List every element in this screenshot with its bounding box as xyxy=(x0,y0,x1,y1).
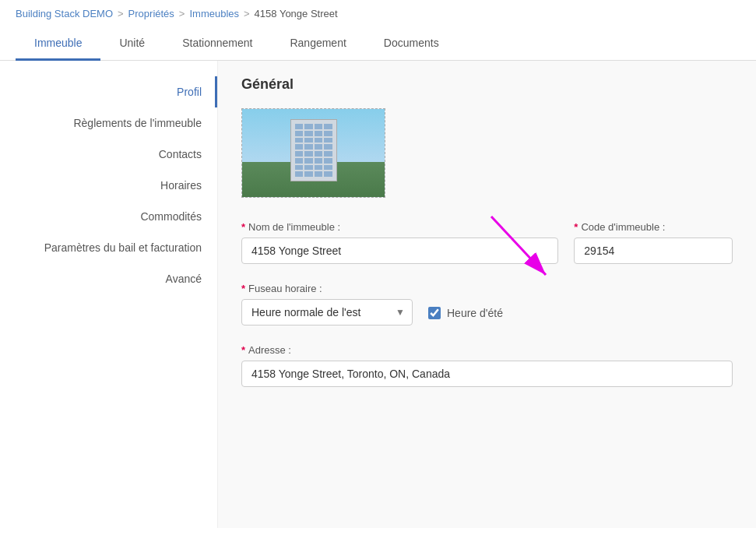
fuseau-row: * Fuseau horaire : Heure normale de l'es… xyxy=(241,283,733,326)
nom-input[interactable] xyxy=(241,238,558,264)
fuseau-group: * Fuseau horaire : Heure normale de l'es… xyxy=(241,283,413,326)
sidebar-item-profil[interactable]: Profil xyxy=(0,76,217,107)
code-label: * Code d'immeuble : xyxy=(574,221,733,233)
tab-documents[interactable]: Documents xyxy=(365,27,458,61)
fuseau-select[interactable]: Heure normale de l'est xyxy=(241,299,413,326)
adresse-label: * Adresse : xyxy=(241,344,733,356)
breadcrumb-sep-1: > xyxy=(118,8,124,19)
fuseau-label: * Fuseau horaire : xyxy=(241,283,413,294)
top-tabs: Immeuble Unité Stationnement Rangement D… xyxy=(0,27,756,61)
tab-unite[interactable]: Unité xyxy=(100,27,164,61)
breadcrumb: Building Stack DEMO > Propriétés > Immeu… xyxy=(0,0,756,27)
section-title: Général xyxy=(241,76,733,93)
adresse-required-star: * xyxy=(241,344,245,356)
tab-rangement[interactable]: Rangement xyxy=(271,27,364,61)
adresse-group: * Adresse : xyxy=(241,344,733,387)
heure-ete-checkbox[interactable] xyxy=(428,307,441,319)
fuseau-select-wrapper: Heure normale de l'est ▼ xyxy=(241,299,413,326)
sidebar-item-contacts[interactable]: Contacts xyxy=(0,139,217,170)
nom-group: * Nom de l'immeuble : xyxy=(241,221,558,264)
breadcrumb-sep-3: > xyxy=(244,8,250,19)
adresse-row: * Adresse : xyxy=(241,344,733,387)
code-required-star: * xyxy=(574,221,578,233)
sidebar-item-avance[interactable]: Avancé xyxy=(0,263,217,294)
tab-immeuble[interactable]: Immeuble xyxy=(16,27,100,61)
building-image[interactable] xyxy=(241,108,385,198)
code-input[interactable] xyxy=(574,238,733,264)
breadcrumb-immeubles[interactable]: Immeubles xyxy=(189,8,239,19)
nom-required-star: * xyxy=(241,221,245,233)
sidebar: Profil Règlements de l'immeuble Contacts… xyxy=(0,61,218,528)
content-area: Général xyxy=(218,61,756,528)
breadcrumb-current: 4158 Yonge Street xyxy=(255,8,338,19)
sidebar-item-commodites[interactable]: Commodités xyxy=(0,201,217,232)
heure-ete-group: Heure d'été xyxy=(428,299,503,326)
breadcrumb-sep-2: > xyxy=(179,8,185,19)
breadcrumb-proprietes[interactable]: Propriétés xyxy=(128,8,174,19)
tab-stationnement[interactable]: Stationnement xyxy=(164,27,271,61)
fuseau-required-star: * xyxy=(241,283,245,294)
main-layout: Profil Règlements de l'immeuble Contacts… xyxy=(0,61,756,528)
adresse-input[interactable] xyxy=(241,361,733,387)
nom-label: * Nom de l'immeuble : xyxy=(241,221,558,233)
sidebar-item-reglements[interactable]: Règlements de l'immeuble xyxy=(0,107,217,139)
sidebar-item-parametres[interactable]: Paramètres du bail et facturation xyxy=(0,232,217,263)
breadcrumb-building-stack[interactable]: Building Stack DEMO xyxy=(16,8,113,19)
nom-code-row: * Nom de l'immeuble : * Code d'immeuble … xyxy=(241,221,733,264)
heure-ete-label[interactable]: Heure d'été xyxy=(447,307,503,319)
sidebar-item-horaires[interactable]: Horaires xyxy=(0,170,217,201)
code-group: * Code d'immeuble : xyxy=(574,221,733,264)
